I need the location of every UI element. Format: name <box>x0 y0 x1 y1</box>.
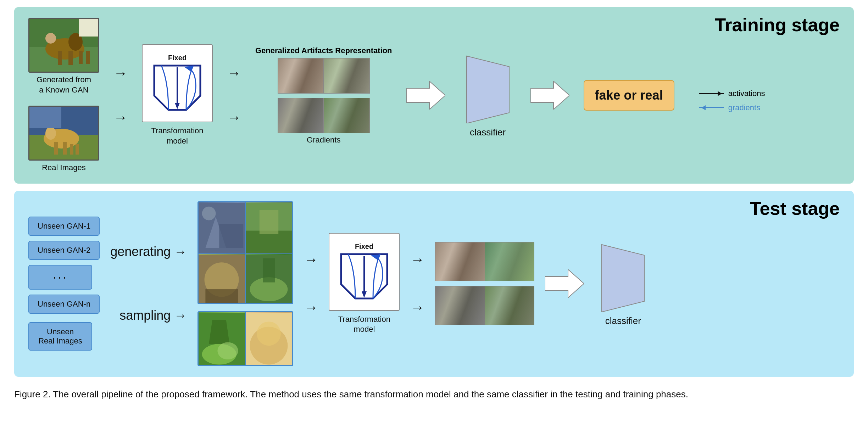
test-arrows-1: → → <box>304 252 318 315</box>
svg-rect-14 <box>63 142 67 155</box>
grad-panel-bottom <box>278 98 370 133</box>
test-img-5-svg <box>199 312 245 366</box>
activations-arrow-icon <box>699 93 724 94</box>
transform-inner-test: Fixed <box>329 233 400 311</box>
test-images-stack <box>197 201 293 366</box>
svg-marker-41 <box>209 320 229 344</box>
test-img-5 <box>199 312 245 366</box>
sampling-arrow: sampling → <box>119 308 187 323</box>
legend-gradients: gradients <box>699 103 765 112</box>
real-image-panel <box>28 106 99 161</box>
test-grad-half-1 <box>435 242 485 281</box>
test-grad-bottom <box>435 286 534 325</box>
classifier-label-training: classifier <box>470 127 506 138</box>
real-image-svg <box>29 107 99 161</box>
test-stage-title: Test stage <box>750 198 840 219</box>
gan-caption: Generated froma Known GAN <box>37 75 91 95</box>
legend-activations: activations <box>699 89 765 98</box>
grad-panel-top <box>278 58 370 94</box>
gan-image-svg <box>29 19 99 73</box>
svg-point-17 <box>45 127 56 140</box>
unseen-real: UnseenReal Images <box>28 322 92 351</box>
test-arrow-1: → <box>304 252 318 268</box>
gen-sample-section: generating → sampling → <box>110 220 187 347</box>
training-input-arrows: → → <box>113 65 128 125</box>
svg-point-45 <box>257 322 281 346</box>
transform-label-test: Transformationmodel <box>338 314 390 335</box>
arrow-1: → <box>113 65 128 81</box>
svg-rect-6 <box>79 51 83 64</box>
test-img-1 <box>199 202 245 254</box>
grad-half-4 <box>324 98 369 133</box>
training-input-images: Generated froma Known GAN <box>28 18 99 173</box>
real-caption: Real Images <box>42 163 86 173</box>
svg-rect-13 <box>54 142 58 155</box>
test-real-bottom <box>197 311 293 366</box>
figure-caption: Figure 2. The overall pipeline of the pr… <box>14 387 794 401</box>
svg-text:Fixed: Fixed <box>168 54 187 62</box>
training-transform-arrows: → → <box>227 65 241 125</box>
svg-marker-50 <box>545 269 584 298</box>
svg-rect-5 <box>68 51 73 65</box>
grad-half-2 <box>324 58 369 93</box>
test-grad-half-3 <box>435 286 485 325</box>
gradients-section-training: Generalized Artifacts Representation Gra… <box>255 46 392 145</box>
svg-rect-32 <box>260 210 278 234</box>
test-arrows-2: → → <box>410 252 424 315</box>
unseen-dots: ··· <box>28 265 92 290</box>
test-stage: Test stage Unseen GAN-1 Unseen GAN-2 ···… <box>14 191 854 377</box>
training-stage-title: Training stage <box>714 14 840 35</box>
svg-rect-16 <box>76 144 79 155</box>
svg-marker-23 <box>406 81 445 110</box>
svg-point-8 <box>45 33 56 44</box>
svg-rect-38 <box>263 258 275 283</box>
svg-rect-9 <box>79 19 99 37</box>
transform-label-training: Transformationmodel <box>151 126 203 146</box>
transform-box-training: Fixed <box>142 44 213 146</box>
test-arrow-2: → <box>304 300 318 315</box>
unseen-gan-1: Unseen GAN-1 <box>28 217 100 236</box>
svg-rect-35 <box>206 290 238 304</box>
funnel-svg-test: Fixed <box>336 238 393 306</box>
transform-inner-training: Fixed <box>142 44 213 122</box>
big-arrow-svg <box>406 81 445 110</box>
test-img-1-svg <box>199 202 245 254</box>
result-arrow-svg <box>530 81 569 110</box>
grad-half-1 <box>278 58 324 93</box>
big-arrow-result <box>530 81 569 110</box>
gradients-label: gradients <box>728 103 761 112</box>
svg-rect-4 <box>58 51 62 65</box>
test-grad-half-2 <box>485 242 534 281</box>
generating-section: generating → <box>110 244 187 259</box>
svg-marker-24 <box>467 56 509 123</box>
test-grad-half-4 <box>485 286 534 325</box>
test-img-2 <box>246 202 292 254</box>
gradients-caption: Gradients <box>307 135 340 145</box>
unseen-list: Unseen GAN-1 Unseen GAN-2 ··· Unseen GAN… <box>28 217 100 351</box>
classifier-svg-training <box>460 52 516 123</box>
test-img-6 <box>246 312 292 366</box>
fake-real-box: fake or real <box>584 80 674 111</box>
test-arrow-4: → <box>410 300 424 315</box>
arrow-3: → <box>227 65 241 81</box>
svg-marker-51 <box>602 245 644 312</box>
grad-panel-pair <box>278 58 370 133</box>
test-img-2-svg <box>246 202 292 254</box>
svg-text:Fixed: Fixed <box>355 242 373 250</box>
training-stage: Training stage <box>14 7 854 184</box>
grad-half-3 <box>278 98 324 133</box>
test-arrow-3: → <box>410 252 424 268</box>
test-generated-grid <box>197 201 293 304</box>
transform-box-test: Fixed Transformationmodel <box>329 233 400 335</box>
classifier-test: classifier <box>595 241 651 326</box>
test-img-4 <box>246 254 292 304</box>
gradients-title: Generalized Artifacts Representation <box>255 46 392 55</box>
classifier-label-test: classifier <box>605 315 641 326</box>
arrow-4: → <box>227 110 241 125</box>
arrow-2: → <box>113 110 128 125</box>
sampling-section: sampling → <box>119 308 187 323</box>
test-big-arrow-svg <box>545 269 584 298</box>
gan-image-panel <box>28 18 99 73</box>
test-gradients <box>435 242 534 325</box>
main-container: Training stage <box>14 7 854 401</box>
